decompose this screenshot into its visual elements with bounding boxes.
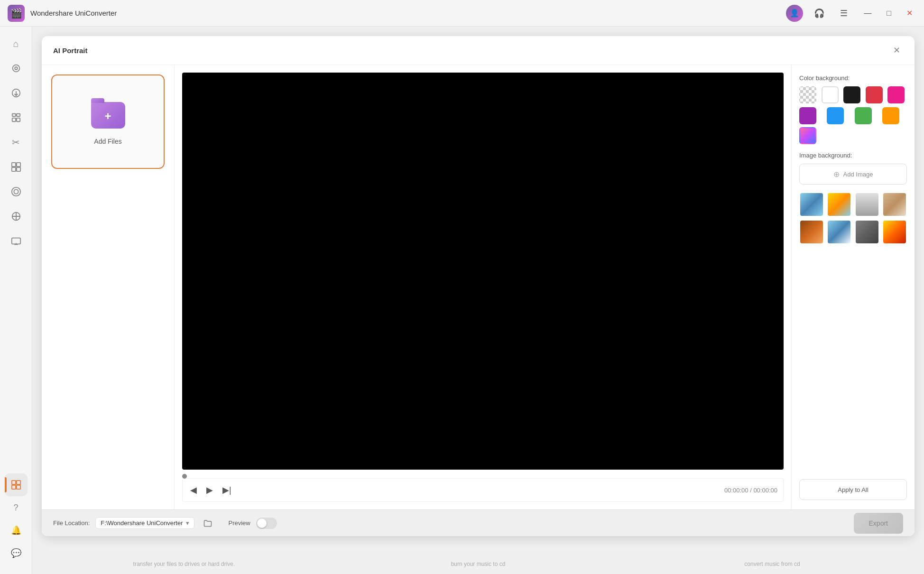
bottom-strip-item-1: transfer your files to drives or hard dr… xyxy=(42,560,326,568)
modal-header: AI Portrait ✕ xyxy=(42,36,915,65)
bottom-strip: transfer your files to drives or hard dr… xyxy=(32,536,924,574)
bottom-strip-text-2: burn your music to cd xyxy=(451,561,506,567)
export-button[interactable]: Export xyxy=(854,513,903,534)
sidebar-item-convert[interactable] xyxy=(5,57,28,80)
svg-rect-7 xyxy=(11,163,15,167)
maximize-button[interactable]: □ xyxy=(883,7,895,19)
image-thumb-2[interactable] xyxy=(827,192,851,217)
color-bg-label: Color background: xyxy=(799,74,907,82)
right-panel: Color background: xyxy=(791,65,915,509)
thumb-inner-1 xyxy=(800,193,823,216)
file-location-value: F:\Wondershare UniConverter xyxy=(101,519,183,527)
time-display: 00:00:00 / 00:00:00 xyxy=(724,487,777,494)
svg-rect-9 xyxy=(11,167,15,171)
progress-thumb xyxy=(182,474,187,479)
prev-button[interactable]: ◀ xyxy=(188,483,199,497)
svg-point-1 xyxy=(15,67,18,70)
image-thumb-1[interactable] xyxy=(799,192,824,217)
play-button[interactable]: ▶ xyxy=(204,483,215,497)
thumb-inner-4 xyxy=(883,193,906,216)
close-button[interactable]: ✕ xyxy=(903,7,916,19)
open-folder-button[interactable] xyxy=(200,516,215,531)
add-files-icon: + xyxy=(89,99,127,132)
image-thumb-7[interactable] xyxy=(855,220,879,244)
help-icon[interactable]: ? xyxy=(7,498,26,517)
color-swatch-pink[interactable] xyxy=(887,86,905,103)
thumb-inner-2 xyxy=(828,193,850,216)
preview-toggle[interactable] xyxy=(256,518,277,529)
notification-icon[interactable]: 🔔 xyxy=(7,521,26,540)
color-swatch-orange[interactable] xyxy=(882,107,899,124)
sidebar-item-record[interactable] xyxy=(5,180,28,203)
file-panel: + Add Files xyxy=(42,65,175,509)
account-icon[interactable]: 👤 xyxy=(786,5,803,22)
feedback-icon[interactable]: 💬 xyxy=(7,544,26,563)
color-swatch-red[interactable] xyxy=(866,86,883,103)
color-swatch-blue[interactable] xyxy=(827,107,844,124)
bottom-strip-item-3: convert music from cd xyxy=(630,560,915,568)
next-button[interactable]: ▶| xyxy=(221,483,233,497)
folder-plus-icon: + xyxy=(104,111,111,122)
image-bg-section: Image background: ⊕ Add Image xyxy=(799,152,907,185)
modal-close-button[interactable]: ✕ xyxy=(890,44,903,57)
sidebar-item-toolbox[interactable] xyxy=(5,473,28,496)
support-icon-glyph: 🎧 xyxy=(814,8,824,19)
image-bg-label: Image background: xyxy=(799,152,907,159)
thumb-inner-5 xyxy=(800,221,823,243)
color-swatch-black[interactable] xyxy=(843,86,860,103)
menu-icon[interactable]: ☰ xyxy=(835,5,852,22)
app-logo: 🎬 xyxy=(8,5,25,22)
chevron-down-icon: ▾ xyxy=(186,519,189,527)
image-thumb-8[interactable] xyxy=(882,220,907,244)
video-controls: ◀ ▶ ▶| 00:00:00 / 00:00:00 xyxy=(182,478,784,502)
support-icon[interactable]: 🎧 xyxy=(811,5,828,22)
svg-rect-18 xyxy=(16,485,20,489)
modal-panel: AI Portrait ✕ + Add Files xyxy=(42,36,915,536)
title-bar-controls: 👤 🎧 ☰ — □ ✕ xyxy=(786,5,916,22)
add-files-card[interactable]: + Add Files xyxy=(51,74,165,169)
minimize-button[interactable]: — xyxy=(860,7,875,19)
thumb-inner-6 xyxy=(828,221,850,243)
menu-icon-glyph: ☰ xyxy=(840,8,848,19)
sidebar: ⌂ ✂ ? 🔔 💬 xyxy=(0,27,32,574)
image-thumb-6[interactable] xyxy=(827,220,851,244)
svg-point-0 xyxy=(12,65,19,72)
sidebar-bottom: ? 🔔 💬 xyxy=(7,498,26,568)
add-files-label: Add Files xyxy=(94,138,121,145)
sidebar-item-trim[interactable]: ✂ xyxy=(5,131,28,154)
add-image-label: Add Image xyxy=(843,171,873,178)
svg-rect-16 xyxy=(16,481,20,484)
video-screen xyxy=(182,73,784,470)
thumb-inner-7 xyxy=(856,221,878,243)
preview-area: ◀ ▶ ▶| 00:00:00 / 00:00:00 xyxy=(175,65,791,509)
color-grid-row1 xyxy=(799,86,907,103)
app-name: Wondershare UniConverter xyxy=(30,9,786,17)
sidebar-item-broadcast[interactable] xyxy=(5,230,28,252)
svg-rect-17 xyxy=(11,485,15,489)
color-swatch-gradient[interactable] xyxy=(799,127,816,144)
color-bg-section: Color background: xyxy=(799,74,907,144)
svg-rect-4 xyxy=(16,114,19,117)
folder-shape: + xyxy=(91,102,125,129)
svg-point-12 xyxy=(11,187,20,196)
toggle-thumb xyxy=(257,518,267,528)
color-swatch-white[interactable] xyxy=(822,86,839,103)
add-image-button[interactable]: ⊕ Add Image xyxy=(799,164,907,185)
apply-to-all-button[interactable]: Apply to All xyxy=(799,479,907,500)
svg-rect-6 xyxy=(16,118,19,121)
sidebar-item-home[interactable]: ⌂ xyxy=(5,32,28,55)
image-thumb-4[interactable] xyxy=(882,192,907,217)
color-swatch-transparent[interactable] xyxy=(799,86,816,103)
sidebar-item-download[interactable] xyxy=(5,82,28,104)
color-swatch-purple[interactable] xyxy=(799,107,816,124)
account-icon-glyph: 👤 xyxy=(790,9,799,18)
sidebar-item-effects[interactable] xyxy=(5,205,28,228)
file-location-select[interactable]: F:\Wondershare UniConverter ▾ xyxy=(95,517,194,529)
color-swatch-green[interactable] xyxy=(855,107,872,124)
image-thumb-5[interactable] xyxy=(799,220,824,244)
sidebar-item-compress[interactable] xyxy=(5,106,28,129)
image-thumb-3[interactable] xyxy=(855,192,879,217)
sidebar-item-merge[interactable] xyxy=(5,156,28,178)
modal-title: AI Portrait xyxy=(53,46,890,55)
add-image-icon: ⊕ xyxy=(833,170,840,179)
